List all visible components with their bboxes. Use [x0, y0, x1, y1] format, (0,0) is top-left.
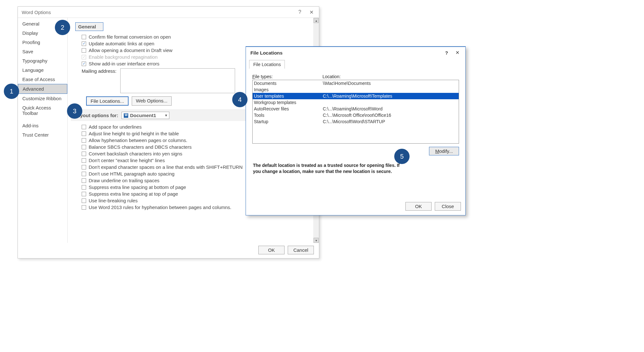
- help-icon[interactable]: ?: [294, 8, 306, 16]
- close-icon[interactable]: ✕: [306, 8, 317, 16]
- options-sidebar: General Display Proofing Save Typography…: [18, 18, 68, 243]
- layout-document-select[interactable]: Document1: [122, 112, 169, 119]
- sidebar-item-addins[interactable]: Add-ins: [18, 121, 67, 130]
- update-auto-links-label: Update automatic links at open: [89, 41, 154, 46]
- checkbox-icon[interactable]: [82, 165, 86, 169]
- file-locations-dialog: File Locations ? ✕ File Locations File t…: [246, 46, 466, 215]
- file-locations-button[interactable]: File Locations...: [86, 96, 129, 106]
- checkbox-icon[interactable]: [82, 205, 86, 210]
- scroll-down-icon[interactable]: ▾: [314, 238, 319, 243]
- annotation-badge-2: 2: [55, 20, 70, 35]
- sidebar-item-advanced[interactable]: Advanced: [18, 84, 67, 94]
- annotation-badge-1: 1: [4, 84, 19, 99]
- checkbox-icon[interactable]: [82, 185, 86, 190]
- close-icon[interactable]: ✕: [452, 48, 463, 57]
- list-item[interactable]: Documents\\Mac\Home\Documents: [253, 80, 459, 86]
- layout-option-label: Use Word 2013 rules for hyphenation betw…: [89, 205, 232, 210]
- file-locations-list[interactable]: Documents\\Mac\Home\Documents Images Use…: [252, 80, 459, 144]
- confirm-file-format-label: Confirm file format conversion on open: [89, 34, 171, 40]
- checkbox-icon[interactable]: [82, 35, 86, 39]
- list-item[interactable]: Workgroup templates: [253, 99, 459, 106]
- sidebar-item-language[interactable]: Language: [18, 65, 67, 75]
- sidebar-item-ease-of-access[interactable]: Ease of Access: [18, 75, 67, 84]
- confirm-file-format-row[interactable]: Confirm file format conversion on open: [82, 34, 310, 40]
- layout-option-label: Don't expand character spaces on a line …: [89, 164, 243, 170]
- general-section-header: General: [75, 22, 103, 31]
- checkbox-icon[interactable]: [82, 125, 86, 129]
- sidebar-item-trust-center[interactable]: Trust Center: [18, 130, 67, 139]
- location-header: Location:: [322, 74, 341, 79]
- layout-option-label: Add space for underlines: [89, 124, 142, 130]
- scroll-up-icon[interactable]: ▴: [314, 18, 319, 23]
- show-addin-label: Show add-in user interface errors: [89, 61, 159, 66]
- close-button[interactable]: Close: [435, 202, 461, 211]
- web-options-button[interactable]: Web Options...: [132, 96, 172, 106]
- document-icon: [124, 113, 128, 118]
- layout-option-label: Allow hyphenation between pages or colum…: [89, 138, 187, 143]
- list-item-selected[interactable]: User templatesC:\...\Roaming\Microsoft\T…: [253, 93, 459, 99]
- annotation-badge-4: 4: [232, 92, 248, 107]
- list-item[interactable]: StartupC:\...\Microsoft\Word\STARTUP: [253, 118, 459, 125]
- layout-option-label: Don't use HTML paragraph auto spacing: [89, 171, 174, 176]
- file-locations-titlebar: File Locations ? ✕: [246, 47, 465, 58]
- enable-background-label: Enable background repagination: [89, 54, 158, 60]
- mailing-textarea[interactable]: [120, 68, 235, 93]
- layout-option-label: Don't center "exact line height" lines: [89, 158, 165, 163]
- sidebar-item-proofing[interactable]: Proofing: [18, 38, 67, 47]
- annotation-badge-3: 3: [67, 103, 82, 119]
- sidebar-item-customize-ribbon[interactable]: Customize Ribbon: [18, 94, 67, 103]
- sidebar-item-quick-access[interactable]: Quick Access Toolbar: [18, 103, 67, 118]
- list-item[interactable]: Images: [253, 86, 459, 93]
- ok-button[interactable]: OK: [405, 202, 432, 211]
- checkbox-icon[interactable]: [82, 48, 86, 53]
- file-types-header: File types:: [252, 74, 322, 79]
- ok-button[interactable]: OK: [258, 246, 285, 254]
- checkbox-icon[interactable]: ✓: [82, 62, 86, 66]
- layout-option-label: Draw underline on trailing spaces: [89, 178, 159, 183]
- mailing-label: Mailing address:: [82, 68, 116, 74]
- cancel-button[interactable]: Cancel: [288, 246, 314, 254]
- security-note: The default location is treated as a tru…: [253, 162, 406, 175]
- modify-button[interactable]: Modify...: [429, 147, 459, 155]
- layout-option-label: Balance SBCS characters and DBCS charact…: [89, 144, 192, 150]
- sidebar-item-typography[interactable]: Typography: [18, 56, 67, 65]
- file-locations-tab[interactable]: File Locations: [249, 60, 285, 69]
- checkbox-icon[interactable]: [82, 192, 86, 196]
- checkbox-icon[interactable]: [82, 178, 86, 183]
- annotation-badge-5: 5: [394, 149, 410, 164]
- layout-option-label: Use line-breaking rules: [89, 198, 137, 203]
- layout-document-name: Document1: [130, 113, 156, 118]
- sidebar-item-save[interactable]: Save: [18, 47, 67, 56]
- checkbox-icon[interactable]: [82, 158, 86, 163]
- word-options-titlebar: Word Options ? ✕: [18, 7, 319, 18]
- checkbox-icon[interactable]: [82, 152, 86, 156]
- checkbox-icon[interactable]: ✓: [82, 41, 86, 46]
- layout-option-label: Adjust line height to grid height in the…: [89, 131, 179, 136]
- layout-option-label: Suppress extra line spacing at top of pa…: [89, 191, 178, 197]
- list-item[interactable]: AutoRecover filesC:\...\Roaming\Microsof…: [253, 106, 459, 112]
- update-auto-links-row[interactable]: ✓ Update automatic links at open: [82, 41, 310, 46]
- checkbox-icon[interactable]: [82, 172, 86, 176]
- checkbox-icon: ✓: [82, 55, 86, 59]
- layout-option-label: Convert backslash characters into yen si…: [89, 151, 182, 156]
- layout-option-label: Suppress extra line spacing at bottom of…: [89, 184, 186, 190]
- allow-draft-label: Allow opening a document in Draft view: [89, 48, 173, 53]
- checkbox-icon[interactable]: [82, 145, 86, 149]
- checkbox-icon[interactable]: [82, 198, 86, 203]
- file-locations-title: File Locations: [250, 50, 283, 56]
- checkbox-icon[interactable]: [82, 131, 86, 136]
- list-item[interactable]: ToolsC:\...\Microsoft Office\root\Office…: [253, 112, 459, 118]
- word-options-title: Word Options: [22, 10, 51, 15]
- checkbox-icon[interactable]: [82, 138, 86, 143]
- help-icon[interactable]: ?: [441, 48, 452, 57]
